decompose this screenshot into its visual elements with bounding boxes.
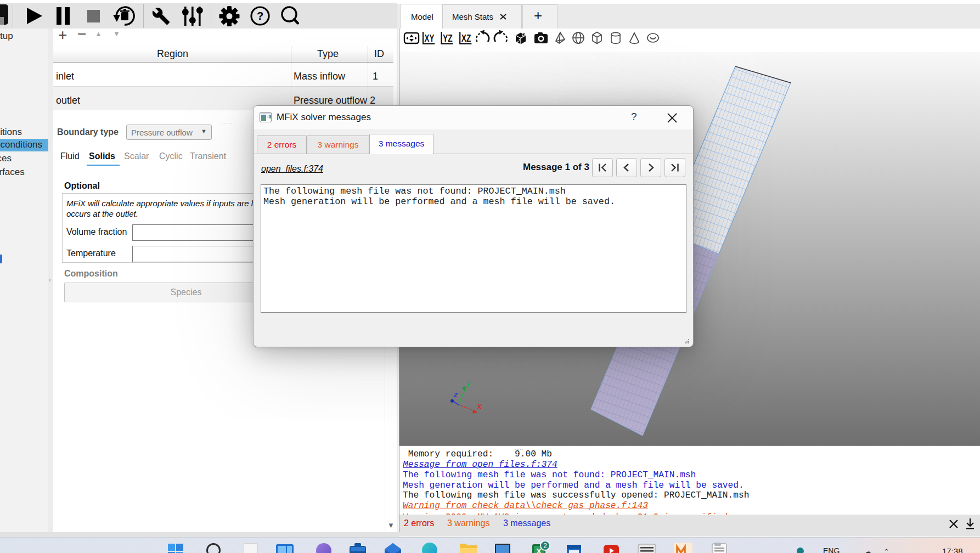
- svg-text:XZ: XZ: [461, 33, 471, 44]
- svg-text:?: ?: [257, 10, 263, 22]
- svg-text:Z: Z: [453, 392, 458, 398]
- svg-text:YZ: YZ: [443, 33, 453, 44]
- svg-text:X: X: [477, 403, 482, 410]
- svg-text:XY: XY: [425, 33, 435, 44]
- svg-text:Y: Y: [466, 381, 471, 388]
